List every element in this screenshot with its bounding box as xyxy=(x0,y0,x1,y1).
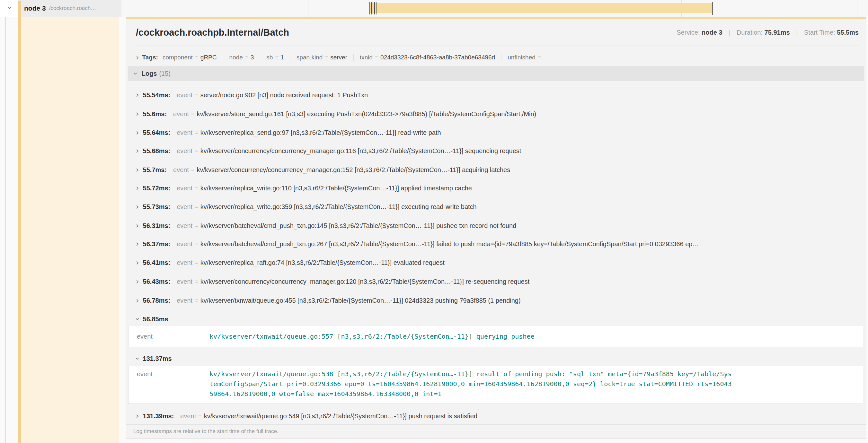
chevron-right-icon: › xyxy=(136,223,139,229)
chevron-right-icon: › xyxy=(136,204,139,210)
chevron-right-icon: › xyxy=(136,185,139,191)
log-row[interactable]: › 56.37ms: event = kv/kvserver/batcheval… xyxy=(136,239,863,249)
log-message: kv/kvserver/replica_write.go:110 [n3,s3,… xyxy=(200,184,472,192)
span-operation-name: /cockroach.roach… xyxy=(49,5,96,11)
tag-equals: = xyxy=(538,54,541,61)
tag-key: span.kind xyxy=(297,54,322,61)
tag-equals: = xyxy=(325,54,328,61)
tags-row[interactable]: › Tags: component = gRPC node = 3 sb = 1… xyxy=(136,50,859,65)
tag-component[interactable]: component = gRPC xyxy=(162,54,223,61)
log-equals: = xyxy=(195,278,198,285)
log-equals: = xyxy=(195,297,198,304)
log-field: event xyxy=(180,412,196,420)
span-detail-meta: Service: node 3 | Duration: 75.91ms | St… xyxy=(677,29,859,36)
span-detail-panel: /cockroach.roachpb.Internal/Batch Servic… xyxy=(126,17,866,439)
log-row[interactable]: › 56.31ms: event = kv/kvserver/batcheval… xyxy=(136,220,863,231)
log-field: event xyxy=(177,92,192,99)
tag-node[interactable]: node = 3 xyxy=(229,54,260,61)
log-row[interactable]: › 56.78ms: event = kv/kvserver/txnwait/q… xyxy=(136,295,863,306)
log-message: kv/kvserver/batcheval/cmd_push_txn.go:14… xyxy=(200,222,517,230)
tag-key: txnid xyxy=(360,54,373,61)
log-row[interactable]: › 55.68ms: event = kv/kvserver/concurren… xyxy=(136,145,863,156)
log-message: kv/kvserver/replica_send.go:97 [n3,s3,r6… xyxy=(200,129,441,136)
log-ticks-icon xyxy=(369,2,377,14)
log-equals: = xyxy=(195,260,198,266)
log-field: event xyxy=(177,203,192,211)
log-row-expanded-header[interactable]: › 131.37ms xyxy=(136,353,863,364)
log-row[interactable]: › 55.73ms: event = kv/kvserver/replica_w… xyxy=(136,201,863,212)
log-row[interactable]: › 56.41ms: event = kv/kvserver/replica_r… xyxy=(136,257,863,268)
span-duration-bar[interactable] xyxy=(369,3,712,13)
log-row[interactable]: › 55.6ms: event = kv/kvserver/store_send… xyxy=(136,108,863,120)
log-value-line: temConfigSpan/Start pri=0.03293366 epo=0… xyxy=(210,379,857,389)
tag-value: 1 xyxy=(280,54,284,61)
log-row[interactable]: › 131.39ms: event = kv/kvserver/txnwait/… xyxy=(136,411,863,421)
log-equals: = xyxy=(195,92,198,99)
log-field: event xyxy=(177,147,192,155)
tag-equals: = xyxy=(275,54,278,61)
tag-equals: = xyxy=(195,54,198,61)
log-field: event xyxy=(137,370,153,378)
log-timestamp: 56.37ms: xyxy=(143,240,170,248)
tag-sb[interactable]: sb = 1 xyxy=(266,54,290,61)
span-detail-header: /cockroach.roachpb.Internal/Batch Servic… xyxy=(136,19,859,46)
span-name-cell[interactable]: node 3 /cockroach.roach… xyxy=(18,0,121,17)
logs-count: (15) xyxy=(159,70,170,77)
meta-separator: | xyxy=(728,29,730,36)
log-field: event xyxy=(177,240,192,248)
log-timestamp: 55.68ms: xyxy=(143,147,170,155)
log-equals: = xyxy=(195,148,198,155)
tag-equals: = xyxy=(245,54,248,61)
logs-footnote: Log timestamps are relative to the start… xyxy=(126,424,866,438)
log-field: event xyxy=(177,222,192,230)
span-detail-title: /cockroach.roachpb.Internal/Batch xyxy=(136,27,677,38)
log-timestamp: 131.37ms xyxy=(143,355,172,363)
log-value-line: kv/kvserver/txnwait/queue.go:557 [n3,s3,… xyxy=(210,332,857,342)
tag-unfinished[interactable]: unfinished = xyxy=(507,54,549,61)
log-row[interactable]: › 55.7ms: event = kv/kvserver/concurrenc… xyxy=(136,164,863,175)
log-row[interactable]: › 55.64ms: event = kv/kvserver/replica_s… xyxy=(136,127,863,138)
log-equals: = xyxy=(191,111,195,117)
log-equals: = xyxy=(195,129,198,136)
log-field: event xyxy=(137,333,153,340)
log-equals: = xyxy=(198,413,202,419)
log-timestamp: 55.64ms: xyxy=(143,129,170,136)
log-message: kv/kvserver/concurrency/concurrency_mana… xyxy=(200,278,530,285)
logs-footnote-text: Log timestamps are relative to the start… xyxy=(133,428,279,435)
log-timestamp: 56.41ms: xyxy=(143,259,170,267)
chevron-right-icon[interactable]: › xyxy=(136,54,139,61)
log-field: event xyxy=(177,297,192,304)
log-timestamp: 131.39ms: xyxy=(143,412,174,420)
tag-span-kind[interactable]: span.kind = server xyxy=(297,54,354,61)
log-message: kv/kvserver/concurrency/concurrency_mana… xyxy=(200,147,521,155)
log-value-line: kv/kvserver/txnwait/queue.go:538 [n3,s3,… xyxy=(210,369,857,379)
tag-txnid[interactable]: txnid = 024d3323-6c8f-4863-aa8b-37ab0e63… xyxy=(360,54,501,61)
log-timestamp: 56.43ms: xyxy=(143,278,170,285)
logs-section-header[interactable]: › Logs (15) xyxy=(128,66,864,81)
log-message: kv/kvserver/txnwait/queue.go:455 [n3,s3,… xyxy=(200,297,521,304)
log-row-expanded-header[interactable]: › 56.85ms xyxy=(136,314,863,325)
chevron-right-icon: › xyxy=(136,278,139,285)
meta-separator: | xyxy=(796,29,798,36)
log-message: kv/kvserver/replica_write.go:359 [n3,s3,… xyxy=(200,203,477,211)
log-message: kv/kvserver/concurrency/concurrency_mana… xyxy=(197,166,510,174)
log-row[interactable]: › 55.54ms: event = server/node.go:902 [n… xyxy=(136,90,863,100)
span-color-accent-bar xyxy=(18,1,21,443)
tag-equals: = xyxy=(375,54,378,61)
span-timeline[interactable]: 75.91ms xyxy=(121,0,868,17)
collapse-children-chevron-icon[interactable]: › xyxy=(6,6,13,9)
log-field: event xyxy=(173,166,189,174)
chevron-right-icon: › xyxy=(136,297,139,304)
chevron-right-icon: › xyxy=(136,241,139,247)
chevron-right-icon: › xyxy=(136,167,139,173)
start-time-value: 55.5ms xyxy=(837,29,859,36)
log-message: kv/kvserver/txnwait/queue.go:549 [n3,s3,… xyxy=(204,412,477,420)
log-row[interactable]: › 56.43ms: event = kv/kvserver/concurren… xyxy=(136,276,863,287)
timeline-gridline xyxy=(857,0,858,17)
left-gutter-line xyxy=(5,0,6,443)
chevron-down-icon: › xyxy=(136,317,141,321)
service-value: node 3 xyxy=(702,29,722,36)
log-field: event xyxy=(177,278,192,285)
log-row[interactable]: › 55.72ms: event = kv/kvserver/replica_w… xyxy=(136,183,863,194)
log-timestamp: 55.72ms: xyxy=(143,184,170,192)
